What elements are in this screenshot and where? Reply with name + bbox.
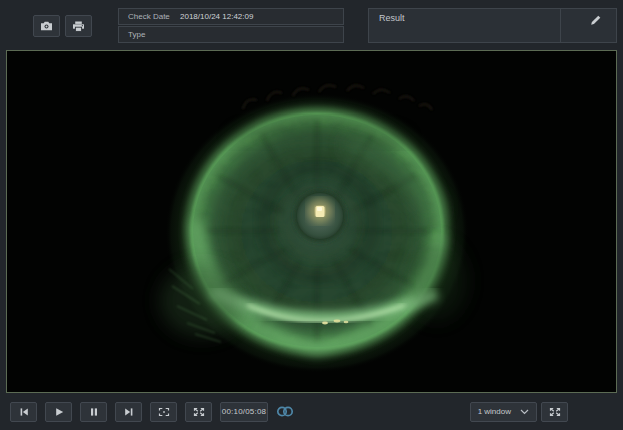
playback-bar: 00:10/05:08 1 window	[0, 393, 623, 430]
camera-button[interactable]	[33, 15, 60, 37]
pause-icon	[88, 407, 100, 417]
both-eyes-icon	[276, 405, 294, 418]
pause-button[interactable]	[80, 402, 107, 422]
window-layout-select[interactable]: 1 window	[470, 402, 537, 422]
printer-icon	[72, 21, 85, 32]
print-button[interactable]	[65, 15, 92, 37]
type-label: Type	[128, 30, 180, 39]
result-edit-section	[560, 9, 616, 42]
play-button[interactable]	[45, 402, 72, 422]
type-field: Type	[118, 26, 344, 43]
pencil-icon	[590, 15, 601, 26]
both-eyes-toggle[interactable]	[276, 405, 294, 418]
time-display: 00:10/05:08	[220, 402, 268, 422]
app-window: Check Date 2018/10/24 12:42:09 Type Resu…	[0, 0, 623, 430]
window-layout-value: 1 window	[478, 407, 511, 416]
skip-to-end-icon	[123, 407, 135, 417]
result-label: Result	[379, 13, 405, 23]
loop-section-button[interactable]	[150, 402, 177, 422]
toolbar	[33, 15, 92, 37]
video-viewport[interactable]	[6, 50, 617, 393]
fullscreen-button[interactable]	[541, 402, 568, 422]
play-icon	[53, 407, 65, 417]
result-panel: Result	[368, 8, 617, 43]
chevron-down-icon	[520, 409, 529, 415]
skip-to-end-button[interactable]	[115, 402, 142, 422]
fit-to-screen-button[interactable]	[185, 402, 212, 422]
check-date-value: 2018/10/24 12:42:09	[180, 12, 253, 21]
expand-arrows-icon	[549, 407, 561, 417]
fit-to-screen-icon	[193, 407, 205, 417]
check-date-label: Check Date	[128, 12, 180, 21]
eye-video-frame	[7, 51, 616, 392]
loop-section-icon	[158, 407, 170, 417]
check-date-field: Check Date 2018/10/24 12:42:09	[118, 8, 344, 25]
edit-result-button[interactable]	[586, 12, 604, 28]
light-reflex	[308, 199, 332, 223]
skip-to-start-icon	[18, 407, 30, 417]
meta-fields: Check Date 2018/10/24 12:42:09 Type	[118, 8, 344, 43]
skip-to-start-button[interactable]	[10, 402, 37, 422]
camera-icon	[40, 21, 53, 31]
